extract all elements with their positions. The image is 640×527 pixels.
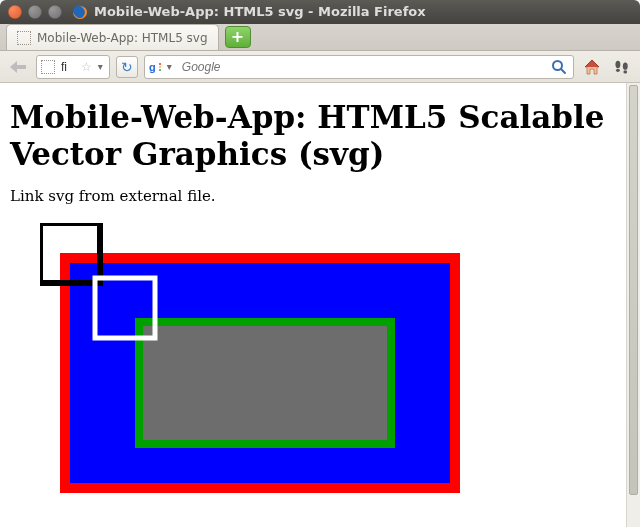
search-submit-button[interactable] <box>549 57 569 77</box>
svg-point-5 <box>159 69 161 71</box>
search-input[interactable] <box>180 59 543 75</box>
svg-point-9 <box>616 68 620 71</box>
magnifier-icon <box>551 59 567 75</box>
window-titlebar: Mobile-Web-App: HTML5 svg - Mozilla Fire… <box>0 0 640 24</box>
bookmark-star-icon[interactable]: ☆ <box>81 60 92 74</box>
tab-label: Mobile-Web-App: HTML5 svg <box>37 31 208 45</box>
firefox-icon <box>72 4 88 20</box>
back-arrow-icon <box>8 59 28 75</box>
search-bar[interactable]: g ▾ <box>144 55 574 79</box>
search-engine-icon[interactable]: g ▾ <box>149 60 174 74</box>
feed-button[interactable] <box>610 55 634 79</box>
vertical-scrollbar[interactable] <box>626 83 640 527</box>
page-paragraph: Link svg from external file. <box>10 187 616 205</box>
url-bar[interactable]: ☆ ▾ <box>36 55 110 79</box>
navigation-toolbar: ☆ ▾ ↻ g ▾ <box>0 51 640 82</box>
svg-point-8 <box>615 60 620 67</box>
svg-rect-15 <box>143 326 387 440</box>
back-button[interactable] <box>6 55 30 79</box>
window-title: Mobile-Web-App: HTML5 svg - Mozilla Fire… <box>94 4 426 19</box>
page-favicon-placeholder-icon <box>17 31 31 45</box>
new-tab-button[interactable]: + <box>225 26 251 48</box>
home-button[interactable] <box>580 55 604 79</box>
google-g-icon: g <box>149 60 163 74</box>
embedded-svg <box>10 223 616 507</box>
engine-dropdown-icon[interactable]: ▾ <box>165 61 174 72</box>
tab-bar: Mobile-Web-App: HTML5 svg + <box>0 24 640 52</box>
plus-icon: + <box>231 29 244 45</box>
page-viewport[interactable]: Mobile-Web-App: HTML5 Scalable Vector Gr… <box>0 83 626 527</box>
footprints-icon <box>613 60 631 74</box>
browser-tab[interactable]: Mobile-Web-App: HTML5 svg <box>6 24 219 50</box>
scrollbar-thumb[interactable] <box>629 85 638 495</box>
window-minimize-button[interactable] <box>28 5 42 19</box>
svg-point-4 <box>159 66 161 68</box>
home-icon <box>582 57 602 77</box>
svg-point-11 <box>623 70 627 73</box>
url-dropdown-icon[interactable]: ▾ <box>96 61 105 72</box>
svg-point-3 <box>159 63 161 65</box>
page-heading: Mobile-Web-App: HTML5 Scalable Vector Gr… <box>10 99 616 173</box>
url-input[interactable] <box>59 59 77 75</box>
window-close-button[interactable] <box>8 5 22 19</box>
svg-text:g: g <box>149 61 156 73</box>
window-maximize-button[interactable] <box>48 5 62 19</box>
reload-button[interactable]: ↻ <box>116 56 138 78</box>
svg-line-7 <box>561 69 565 73</box>
reload-icon: ↻ <box>121 59 133 75</box>
site-identity-icon <box>41 60 55 74</box>
svg-point-10 <box>623 62 628 69</box>
